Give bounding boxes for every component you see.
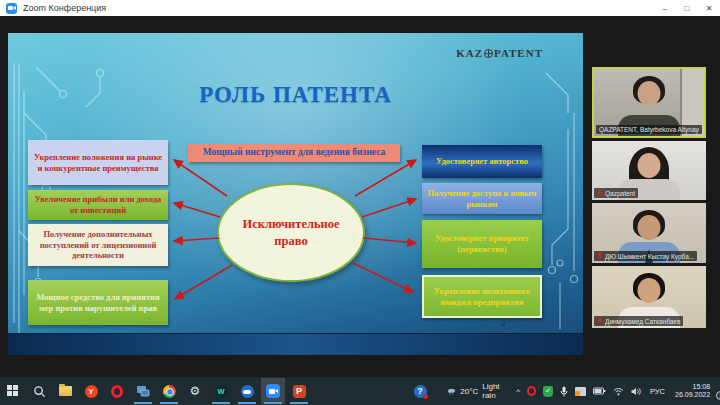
kazpatent-logo-kaz: KAZ [456, 47, 483, 59]
page-number: 2 [502, 320, 506, 327]
slide-title: РОЛЬ ПАТЕНТА [8, 82, 583, 108]
tray-microphone-icon[interactable] [560, 386, 568, 397]
taskbar-cloud-app[interactable] [235, 378, 259, 404]
taskbar-opera[interactable] [105, 378, 129, 404]
participant-name-label: Динмухамед Сатканбаев [594, 316, 683, 326]
notification-badge: 1 [716, 391, 720, 400]
security-shield-icon[interactable]: ✓ [543, 386, 553, 397]
taskbar-file-explorer[interactable] [53, 378, 77, 404]
right-box-image: Укрепление позитивного имиджа предприяти… [422, 275, 542, 318]
system-tray: ^ ✓ [516, 386, 642, 397]
taskbar-weather[interactable]: 20°C Light rain [447, 382, 504, 400]
globe-icon [484, 49, 493, 58]
participant-name-label: QAZPATENT, Batyrbekova Altynay [596, 125, 702, 134]
video-tile-1[interactable]: Qazpatent [592, 141, 706, 200]
taskbar-yandex-browser[interactable]: Y [79, 378, 103, 404]
opera-icon [111, 385, 123, 398]
participant-name: Динмухамед Сатканбаев [605, 318, 680, 325]
left-box-enforcement: Мощное средство для принятия мер против … [28, 280, 168, 325]
left-box-profit-increase: Увеличение прибыли или дохода от инвести… [28, 190, 168, 220]
help-icon: ? [414, 385, 427, 398]
participant-name-label: Qazpatent [594, 188, 638, 198]
video-tile-0[interactable]: QAZPATENT, Batyrbekova Altynay [592, 67, 706, 138]
maximize-button[interactable]: □ [676, 0, 698, 16]
weather-temp: 20°C [460, 387, 478, 396]
wifi-icon[interactable] [613, 387, 624, 396]
exclusive-right-ellipse: Исключительное право [217, 183, 365, 282]
taskbar-this-pc[interactable] [131, 378, 155, 404]
participant-name: ДЮ Шымкент Кыстау Курба... [605, 253, 694, 260]
taskbar-webex[interactable]: w [209, 378, 233, 404]
mic-muted-icon [597, 189, 603, 197]
right-box-priority: Удостоверяет приоритет (первенство) [422, 220, 542, 268]
battery-icon[interactable] [593, 387, 606, 395]
yandex-icon: Y [85, 385, 98, 398]
right-box-new-markets: Получение доступа к новым рынкам [422, 183, 542, 214]
clock-date: 26.09.2022 [675, 391, 710, 399]
taskbar-powerpoint[interactable]: P [287, 378, 311, 404]
minimize-button[interactable]: – [654, 0, 676, 16]
left-box-license-income: Получение дополнительных поступлений от … [28, 224, 168, 266]
participant-name: Qazpatent [605, 190, 635, 197]
folder-icon [59, 386, 72, 396]
window-title: Zoom Конференция [23, 3, 106, 13]
powerpoint-icon: P [293, 385, 306, 398]
weather-condition: Light rain [482, 382, 504, 400]
video-tile-2[interactable]: ДЮ Шымкент Кыстау Курба... [592, 203, 706, 263]
video-tile-3[interactable]: Динмухамед Сатканбаев [592, 266, 706, 328]
shared-screen-slide: KAZ PATENT РОЛЬ ПАТЕНТА Мощный инструмен… [8, 33, 583, 355]
windows-logo-icon [7, 385, 19, 397]
tray-expand-caret-icon[interactable]: ^ [516, 387, 520, 396]
banner-instrument: Мощный инструмент для ведения бизнеса [188, 144, 400, 162]
slide-footer-band [8, 333, 583, 355]
kazpatent-logo-patent: PATENT [494, 47, 543, 59]
close-button[interactable]: ✕ [698, 0, 720, 16]
computer-icon [136, 385, 150, 398]
taskbar-clock[interactable]: 15:08 26.09.2022 [675, 383, 710, 399]
clock-time: 15:08 [675, 383, 710, 391]
gear-icon: ⚙ [190, 385, 201, 397]
left-box-market-position: Укрепление положения на рынке и конкурен… [28, 140, 168, 185]
chrome-icon [163, 385, 176, 398]
speaker-icon[interactable] [631, 387, 642, 396]
participant-name-label: ДЮ Шымкент Кыстау Курба... [594, 251, 697, 261]
taskbar-search[interactable] [27, 378, 51, 404]
taskbar-zoom[interactable] [261, 378, 285, 404]
window-titlebar: Zoom Конференция – □ ✕ [0, 0, 720, 16]
right-box-authorship: Удостоверяет авторство [422, 145, 542, 178]
window-controls: – □ ✕ [654, 0, 720, 16]
mic-muted-icon [597, 252, 603, 260]
zoom-camera-icon [266, 384, 280, 398]
tray-opera-icon[interactable] [527, 386, 536, 396]
participant-name: QAZPATENT, Batyrbekova Altynay [599, 126, 699, 133]
rain-cloud-icon [447, 386, 456, 397]
zoom-app-icon [6, 3, 17, 14]
taskbar: Y ⚙ w P ? 20°C Light rain [0, 377, 720, 405]
taskbar-chrome[interactable] [157, 378, 181, 404]
webex-icon: w [215, 385, 228, 398]
display-settings-icon[interactable] [575, 387, 586, 396]
language-indicator[interactable]: РУС [650, 387, 665, 396]
start-button[interactable] [1, 378, 25, 404]
mic-muted-icon [597, 317, 603, 325]
cloud-app-icon [241, 385, 254, 398]
search-icon [33, 385, 46, 398]
taskbar-settings[interactable]: ⚙ [183, 378, 207, 404]
taskbar-get-help[interactable]: ? [408, 378, 432, 404]
kazpatent-logo: KAZ PATENT [456, 47, 543, 59]
